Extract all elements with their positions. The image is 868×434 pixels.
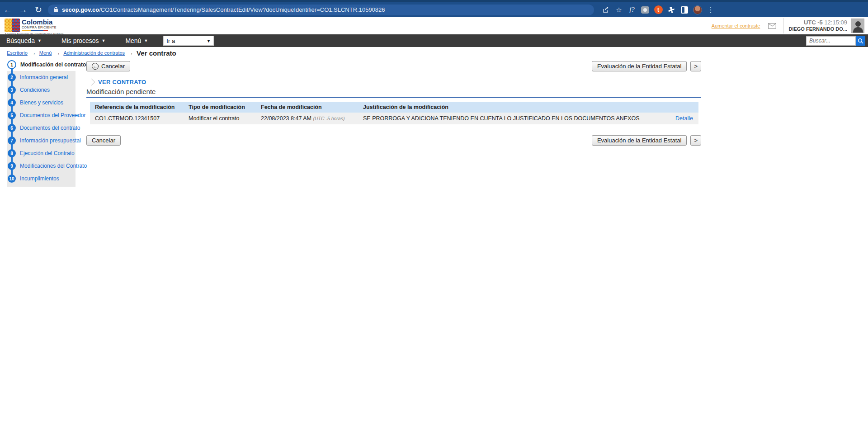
breadcrumb-link-menu[interactable]: Menú [39, 50, 52, 56]
next-button-top[interactable]: > [690, 61, 701, 71]
section-title: VER CONTRATO [98, 79, 146, 85]
breadcrumb-arrow-icon: → [128, 50, 133, 56]
step-label: Condiciones [20, 87, 50, 93]
step-number-badge: 5 [8, 111, 16, 119]
main-content: ← Cancelar Evaluación de la Entidad Esta… [86, 60, 701, 146]
increase-contrast-link[interactable]: Aumentar el contraste [712, 23, 760, 28]
chevron-down-icon: ▼ [144, 38, 148, 43]
nav-item-busqueda[interactable]: Búsqueda▼ [6, 37, 42, 44]
browser-forward-icon[interactable]: → [15, 5, 31, 15]
breadcrumb-arrow-icon: → [31, 50, 36, 56]
section-chevron-icon [88, 79, 95, 86]
col-header-fecha: Fecha de modificación [261, 104, 363, 110]
camera-extension-icon[interactable] [640, 5, 651, 15]
step-number-badge: 6 [8, 124, 16, 132]
search-icon [858, 38, 863, 44]
search-input[interactable] [806, 36, 856, 46]
sidebar-step-10[interactable]: 10Incumplimientos [7, 172, 75, 185]
nav-item-menu[interactable]: Menú▼ [125, 37, 148, 44]
search-button[interactable] [856, 36, 865, 46]
logo-mosaic-icon [5, 19, 20, 32]
app-header: Colombia COMPRA EFICIENTE Agencia Nacion… [0, 17, 868, 34]
chevron-down-icon: ▼ [101, 38, 105, 43]
step-label: Información presupuestal [20, 137, 81, 144]
sidebar-step-8[interactable]: 8Ejecución del Contrato [7, 147, 75, 160]
table-row: CO1.CTRMOD.12341507 Modificar el contrat… [90, 113, 698, 124]
modifications-table: Referencia de la modificación Tipo de mo… [90, 102, 698, 124]
breadcrumb-arrow-icon: → [55, 50, 60, 56]
step-number-badge: 8 [8, 149, 16, 157]
breadcrumb-link-escritorio[interactable]: Escritorio [7, 50, 28, 56]
cell-fecha: 22/08/2023 8:47 AM (UTC -5 horas) [261, 115, 363, 122]
browser-reload-icon[interactable]: ↻ [31, 5, 46, 15]
step-number-badge: 7 [8, 137, 16, 145]
url-text: secop.gov.co/CO1ContractsManagement/Tend… [62, 6, 385, 13]
user-avatar[interactable] [851, 19, 864, 33]
browser-profile-avatar[interactable] [692, 5, 703, 15]
sidebar-step-3[interactable]: 3Condiciones [7, 84, 75, 96]
step-number-badge: 9 [8, 162, 16, 170]
font-extension-icon[interactable]: f? [627, 5, 637, 15]
next-button-bottom[interactable]: > [690, 135, 701, 146]
sidebar-step-6[interactable]: 6Documentos del contrato [7, 122, 75, 134]
lock-icon [53, 7, 58, 13]
col-header-justificacion: Justificación de la modificación [363, 104, 669, 110]
step-label: Modificaciones del Contrato [20, 163, 87, 169]
breadcrumb: Escritorio → Menú → Administración de co… [0, 47, 176, 59]
col-header-tipo: Tipo de modificación [189, 104, 261, 110]
side-panel-icon[interactable] [679, 5, 690, 15]
chevron-down-icon: ▼ [206, 38, 211, 43]
step-number-badge: 3 [8, 86, 16, 94]
step-label: Ejecución del Contrato [20, 150, 75, 156]
breadcrumb-link-admin-contratos[interactable]: Administración de contratos [63, 50, 125, 56]
cell-tipo: Modificar el contrato [189, 115, 261, 122]
table-header-row: Referencia de la modificación Tipo de mo… [90, 102, 698, 113]
cell-referencia: CO1.CTRMOD.12341507 [90, 115, 189, 122]
step-number-badge: 10 [8, 175, 16, 183]
extensions-puzzle-icon[interactable] [666, 5, 677, 15]
orange-extension-icon[interactable]: t [653, 5, 664, 15]
step-number-badge: 4 [8, 99, 16, 107]
header-divider [783, 18, 784, 33]
logo-subtitle: COMPRA EFICIENTE [22, 26, 57, 29]
step-number-badge: 1 [7, 60, 16, 69]
address-bar[interactable]: secop.gov.co/CO1ContractsManagement/Tend… [48, 5, 594, 15]
sidebar-step-1[interactable]: 1Modificación del contrato [7, 58, 75, 71]
step-label: Incumplimientos [20, 175, 59, 182]
step-number-badge: 2 [8, 73, 16, 81]
cell-fecha-timezone: (UTC -5 horas) [313, 116, 344, 121]
share-icon[interactable] [600, 5, 611, 15]
chevron-down-icon: ▼ [38, 38, 42, 43]
browser-toolbar: ← → ↻ secop.gov.co/CO1ContractsManagemen… [0, 0, 868, 17]
step-label: Información general [20, 74, 68, 80]
sidebar-step-7[interactable]: 7Información presupuestal [7, 134, 75, 147]
step-label: Bienes y servicios [20, 99, 63, 106]
evaluate-entity-button-bottom[interactable]: Evaluación de la Entidad Estatal [592, 135, 687, 146]
sidebar-step-9[interactable]: 9Modificaciones del Contrato [7, 160, 75, 172]
sidebar-step-5[interactable]: 5Documentos del Proveedor [7, 109, 75, 122]
step-label: Documentos del contrato [20, 125, 80, 131]
browser-back-icon[interactable]: ← [0, 5, 15, 15]
bookmark-star-icon[interactable]: ☆ [613, 5, 624, 15]
browser-menu-icon[interactable]: ⋮ [705, 5, 716, 15]
logo-title: Colombia [22, 19, 57, 25]
col-header-referencia: Referencia de la modificación [90, 104, 189, 110]
nav-item-mis-procesos[interactable]: Mis procesos▼ [61, 37, 105, 44]
sidebar-step-2[interactable]: 2Información general [7, 71, 75, 84]
logo-color-bars [22, 30, 48, 31]
step-label: Documentos del Proveedor [20, 112, 85, 118]
back-arrow-icon: ← [92, 63, 99, 70]
main-navbar: Búsqueda▼ Mis procesos▼ Menú▼ Ir a▼ [0, 34, 868, 47]
cancel-button-bottom[interactable]: Cancelar [86, 135, 121, 146]
breadcrumb-current: Ver contrato [137, 49, 176, 57]
goto-select[interactable]: Ir a▼ [163, 36, 214, 46]
evaluate-entity-button-top[interactable]: Evaluación de la Entidad Estatal [592, 61, 687, 71]
user-name: DIEGO FERNANDO DO... [788, 26, 847, 33]
cancel-button-top[interactable]: ← Cancelar [86, 61, 130, 71]
sidebar-step-4[interactable]: 4Bienes y servicios [7, 96, 75, 109]
mail-icon[interactable] [768, 23, 776, 29]
detail-link[interactable]: Detalle [675, 115, 693, 122]
step-label: Modificación del contrato [20, 61, 86, 68]
subtitle-rule [86, 97, 701, 98]
cell-justificacion: SE PRORROGA Y ADICIONA TENIENDO EN CUENT… [363, 115, 669, 122]
